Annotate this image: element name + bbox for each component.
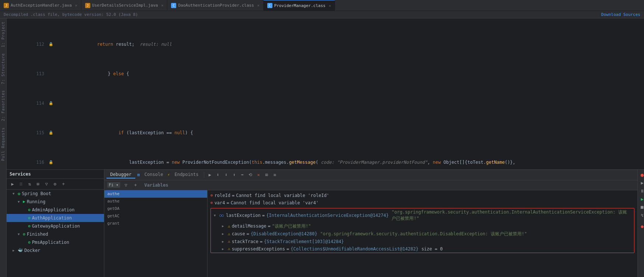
var-row-var4: ⊗ var4 = Cannot find local variable 'var…	[208, 199, 637, 207]
collapse-btn[interactable]: ⇅	[26, 180, 33, 188]
services-tree: ▼ ✿ Spring Boot ▼ ▶ Running	[7, 190, 104, 277]
var-equals: =	[286, 246, 289, 252]
tree-spring-boot[interactable]: ▼ ✿ Spring Boot	[7, 190, 104, 198]
debug-stop-btn[interactable]: ✕	[255, 171, 262, 179]
frame-item-2[interactable]: getOA	[104, 205, 207, 212]
debug-add-watch-btn[interactable]: +	[132, 181, 139, 189]
side-btn-4[interactable]: ▶	[638, 195, 644, 203]
frame-dropdown-label: Fi ▾	[109, 183, 119, 187]
endpoints-tab-area: ⚡ Endpoints	[167, 171, 202, 179]
debug-step-over-btn[interactable]: ⬇	[214, 171, 222, 179]
var-row-cause: ▶ ⚠ cause = {DisabledException@14280} "o…	[211, 230, 634, 238]
var-type: {Collections$UnmodifiableRandomAccessLis…	[290, 246, 418, 252]
frame-item-4[interactable]: grant	[104, 220, 207, 227]
tree-admin-app[interactable]: ✿ AdminApplication	[7, 206, 104, 214]
class-icon: C	[171, 3, 176, 8]
frame-item-1[interactable]: authe	[104, 198, 207, 205]
settings-btn[interactable]: ⚙	[51, 180, 59, 188]
project-panel-label[interactable]: 1: Project	[0, 18, 6, 50]
code-line-114: 114 🔒	[29, 100, 644, 107]
structure-panel-label[interactable]: 7: Structure	[0, 50, 6, 87]
download-sources-link[interactable]: Download Sources	[601, 12, 640, 17]
tab-close[interactable]: ✕	[161, 3, 163, 7]
tab-provider[interactable]: C ProviderManager.class ✕	[264, 0, 335, 11]
error-icon: ⊗	[210, 193, 213, 198]
info-bar: Decompiled .class file, bytecode version…	[0, 11, 644, 18]
tree-running[interactable]: ▼ ▶ Running	[7, 198, 104, 206]
tab-console[interactable]: Console	[141, 171, 167, 179]
side-btn-6[interactable]: ↯	[638, 212, 644, 219]
filter-btn[interactable]: ▽	[43, 180, 50, 188]
code-container: 112 🔒 return result; result: null 113	[7, 18, 644, 169]
right-side-bar: ● ▶ ⏸ ▶ ⏹ ↯ ●	[637, 170, 644, 277]
expand-btn[interactable]: ▶	[222, 240, 226, 243]
warn-icon: ⚠	[228, 239, 230, 244]
code-line-112: 112 🔒 return result; result: null	[29, 41, 644, 48]
debug-evaluate-btn[interactable]: ⟲	[247, 171, 254, 179]
var-name: suppressedExceptions	[232, 246, 285, 252]
debug-list-btn[interactable]: ≡	[271, 171, 278, 179]
side-btn-3[interactable]: ⏸	[638, 187, 644, 195]
tab-userdetails[interactable]: J UserDetailsServiceImpl.java ✕	[81, 0, 168, 11]
tree-gateway-app[interactable]: ✿ GatewayApplication	[7, 222, 104, 230]
tab-debugger[interactable]: Debugger	[107, 171, 135, 179]
side-btn-2[interactable]: ▶	[638, 179, 644, 187]
pull-requests-label[interactable]: Pull Requests	[0, 124, 6, 164]
tab-close[interactable]: ✕	[257, 3, 260, 7]
group-btn[interactable]: ⊞	[34, 180, 42, 188]
align-btn[interactable]: ⁝⁝	[17, 180, 25, 188]
expand-arrow: ▼	[13, 192, 16, 195]
variables-panel: ⊗ roleId = Cannot find local variable 'r…	[208, 190, 637, 277]
tree-pms-app[interactable]: ✿ PmsApplication	[7, 238, 104, 246]
expand-arrow	[23, 216, 27, 220]
tree-docker[interactable]: ▶ 🐳 Docker	[7, 246, 104, 255]
debug-filter-btn[interactable]: ▽	[122, 181, 130, 189]
var-string-value: "org.springframework.security.authentica…	[320, 231, 527, 237]
tab-close[interactable]: ✕	[329, 4, 331, 8]
run-icon: ▶	[23, 199, 25, 204]
side-btn-5[interactable]: ⏹	[638, 204, 644, 211]
debug-grid-btn[interactable]: ⊞	[263, 171, 270, 179]
tree-finished[interactable]: ▼ ✿ Finished	[7, 230, 104, 238]
favorites-panel-label[interactable]: 2: Favorites	[0, 87, 6, 124]
var-row-suppressed: ▶ ⚠ suppressedExceptions = {Collections$…	[211, 245, 634, 253]
debug-step-into-btn[interactable]: ⬇	[222, 171, 230, 179]
var-string-value: "该账户已被禁用!"	[272, 223, 311, 229]
debug-run-to-cursor-btn[interactable]: ➡	[239, 171, 246, 179]
frame-items: authe authe getOA getAC grant	[104, 190, 207, 277]
line-num: 112	[29, 41, 47, 48]
tab-endpoints[interactable]: Endpoints	[171, 171, 202, 179]
run-btn[interactable]: ▶	[9, 180, 16, 188]
lock-icon: 🔒	[49, 100, 53, 107]
frame-item-3[interactable]: getAC	[104, 212, 207, 220]
class-icon: C	[267, 3, 272, 8]
tree-auth-app[interactable]: ✿ AuthApplication	[7, 214, 104, 222]
expand-btn[interactable]: ▶	[222, 247, 226, 251]
frame-dropdown[interactable]: Fi ▾	[107, 182, 120, 188]
expand-btn[interactable]: ▼	[214, 214, 218, 217]
var-name: cause	[232, 231, 245, 236]
tab-auth-exception[interactable]: J AuthExceptionHandler.java ✕	[0, 0, 81, 11]
side-btn-7[interactable]: ●	[638, 223, 644, 230]
java-icon: J	[85, 3, 90, 8]
line-num: 115	[29, 129, 47, 136]
error-icon: ⊗	[210, 200, 213, 205]
add-btn[interactable]: +	[60, 180, 67, 188]
line-num: 113	[29, 70, 47, 77]
debug-resume-btn[interactable]: ▶	[206, 171, 213, 179]
lock-icon: 🔒	[49, 129, 53, 136]
debug-step-out-btn[interactable]: ⬆	[230, 171, 238, 179]
var-equals: =	[247, 231, 249, 236]
expand-btn[interactable]: ▶	[222, 232, 226, 236]
frame-item-0[interactable]: authe	[104, 190, 207, 198]
tab-close[interactable]: ✕	[75, 3, 77, 7]
expand-arrow	[23, 208, 27, 212]
spring-icon: ✿	[28, 207, 31, 212]
line-content: return result; result: null	[55, 33, 640, 55]
tree-item-label: Spring Boot	[22, 191, 51, 196]
expand-btn[interactable]: ▶	[222, 224, 226, 228]
tab-dao[interactable]: C DaoAuthenticationProvider.class ✕	[167, 0, 263, 11]
tab-bar: J AuthExceptionHandler.java ✕ J UserDeta…	[0, 0, 644, 11]
code-lines: 112 🔒 return result; result: null 113	[25, 18, 644, 169]
side-btn-1[interactable]: ●	[638, 171, 644, 179]
